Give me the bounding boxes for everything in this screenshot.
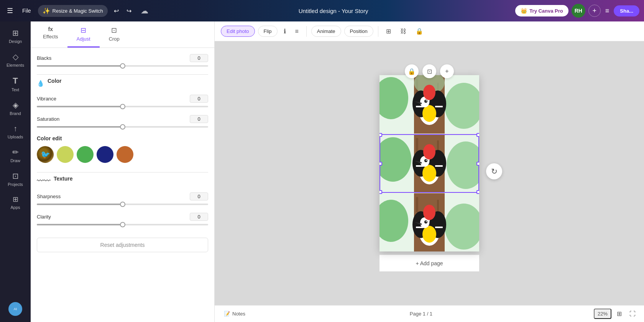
sidebar-item-apps-label: Apps	[10, 205, 20, 210]
undo-redo-group: ↩ ↪	[111, 5, 135, 17]
edit-toolbar: Edit photo Flip ℹ ≡ Animate Position ⊞ ⛓…	[215, 21, 644, 41]
color-edit-section: Color edit 🐦	[37, 135, 208, 163]
grid-view-button[interactable]: ⊞	[614, 309, 624, 319]
design-title: Untitled design - Your Story	[299, 8, 368, 14]
try-canva-button[interactable]: 👑 Try Canva Pro	[515, 5, 568, 16]
flip-button[interactable]: Flip	[258, 26, 278, 37]
color-swatch-dark-blue[interactable]	[97, 146, 113, 163]
vibrance-slider-track[interactable]	[37, 106, 208, 107]
sidebar-item-draw[interactable]: ✏ Draw	[2, 144, 29, 167]
color-swatch-green[interactable]	[77, 146, 94, 163]
lock-button[interactable]: 🔒	[412, 25, 426, 37]
saturation-label-row: Saturation	[37, 115, 208, 123]
clarity-slider-track[interactable]	[37, 224, 208, 225]
clarity-slider-thumb[interactable]	[120, 222, 125, 227]
resize-magic-switch-button[interactable]: ✨ Resize & Magic Switch	[38, 5, 108, 17]
svg-rect-17	[416, 106, 424, 107]
user-avatar[interactable]: RH	[572, 4, 585, 18]
file-button[interactable]: File	[18, 5, 35, 16]
saturation-slider-fill	[37, 126, 123, 128]
tab-effects[interactable]: fx Effects	[34, 21, 67, 48]
animate-button[interactable]: Animate	[311, 26, 341, 37]
sidebar-item-draw-label: Draw	[10, 158, 20, 163]
vibrance-value[interactable]	[190, 95, 208, 103]
canvas-page[interactable]	[380, 75, 479, 251]
sidebar-item-text[interactable]: T Text	[2, 72, 29, 96]
undo-button[interactable]: ↩	[111, 5, 122, 17]
add-team-button[interactable]: +	[588, 5, 601, 17]
info-button[interactable]: ℹ	[281, 25, 289, 37]
edit-photo-button[interactable]: Edit photo	[221, 26, 255, 37]
saturation-slider-thumb[interactable]	[120, 124, 125, 130]
expand-canvas-button[interactable]: ⊡	[422, 64, 436, 78]
sidebar-item-projects[interactable]: ⊡ Projects	[2, 168, 29, 191]
add-page-bar[interactable]: + Add page	[380, 255, 479, 271]
clarity-row: Clarity	[37, 213, 208, 225]
crown-icon: 👑	[521, 8, 527, 14]
blacks-value[interactable]	[190, 54, 208, 62]
brand-icon: ◈	[13, 100, 18, 110]
blacks-slider-track[interactable]	[37, 65, 208, 67]
hamburger-button[interactable]: ☰	[5, 4, 15, 17]
sidebar-item-uploads-label: Uploads	[8, 135, 23, 139]
text-icon: T	[13, 76, 18, 86]
chain-button[interactable]: ⛓	[397, 26, 409, 37]
bottom-right: 22% ⊞ ⛶	[594, 309, 638, 319]
saturation-value[interactable]	[190, 115, 208, 123]
blacks-label: Blacks	[37, 55, 51, 61]
blacks-row: Blacks	[37, 54, 208, 67]
saturation-slider-track[interactable]	[37, 126, 208, 128]
sidebar-item-elements[interactable]: ◇ Elements	[2, 48, 29, 71]
lock-canvas-button[interactable]: 🔒	[405, 64, 419, 78]
molo-ai-avatar[interactable]: AI	[8, 302, 22, 316]
toolbar-separator-1	[306, 26, 307, 37]
svg-point-34	[426, 160, 427, 161]
save-cloud-icon: ☁	[138, 4, 151, 18]
vibrance-slider-thumb[interactable]	[120, 104, 125, 109]
reset-adjustments-button[interactable]: Reset adjustments	[37, 238, 208, 252]
add-canvas-button[interactable]: +	[440, 64, 454, 78]
adjust-tab-label: Adjust	[77, 36, 90, 42]
color-swatch-orange-brown[interactable]	[117, 146, 133, 163]
notes-button[interactable]: 📝 Notes	[221, 309, 248, 318]
svg-rect-36	[416, 165, 424, 167]
draw-icon: ✏	[12, 148, 19, 157]
svg-rect-41	[416, 197, 418, 212]
clarity-label-row: Clarity	[37, 213, 208, 221]
sidebar-item-apps[interactable]: ⊞ Apps	[2, 191, 29, 214]
fullscreen-button[interactable]: ⛶	[627, 309, 638, 319]
rotate-button[interactable]: ↻	[486, 163, 502, 179]
tab-adjust[interactable]: ⊟ Adjust	[67, 21, 100, 48]
texture-button[interactable]: ⊞	[383, 25, 394, 37]
panel-tabs: fx Effects ⊟ Adjust ⊡ Crop	[31, 21, 214, 48]
redo-button[interactable]: ↪	[123, 5, 135, 17]
page-info: Page 1 / 1	[410, 311, 432, 317]
svg-rect-37	[435, 165, 443, 167]
tab-crop[interactable]: ⊡ Crop	[100, 21, 129, 48]
activity-icon[interactable]: ≡	[604, 5, 611, 16]
bottom-center: Page 1 / 1	[251, 311, 591, 317]
menu-button[interactable]: ≡	[292, 26, 302, 37]
share-button[interactable]: Sha...	[614, 5, 639, 16]
zoom-level[interactable]: 22%	[594, 309, 611, 319]
sidebar-item-design[interactable]: ⊞ Design	[2, 25, 29, 48]
sharpness-slider-track[interactable]	[37, 204, 208, 205]
sidebar-item-brand[interactable]: ◈ Brand	[2, 97, 29, 120]
texture-section-header: 〰〰 Texture	[37, 176, 208, 186]
canvas-area: Edit photo Flip ℹ ≡ Animate Position ⊞ ⛓…	[215, 21, 644, 322]
svg-rect-18	[435, 106, 443, 107]
blacks-slider-thumb[interactable]	[120, 63, 125, 69]
notes-icon: 📝	[224, 311, 230, 317]
position-button[interactable]: Position	[344, 26, 373, 37]
sidebar-item-uploads[interactable]: ↑ Uploads	[2, 120, 29, 143]
svg-point-15	[426, 100, 427, 102]
color-swatch-yellow-green[interactable]	[57, 146, 74, 163]
sidebar-item-design-label: Design	[9, 39, 22, 44]
adjust-tab-icon: ⊟	[80, 26, 86, 34]
color-swatch-image[interactable]: 🐦	[37, 146, 54, 163]
sharpness-slider-thumb[interactable]	[120, 202, 125, 207]
canvas-inner: ↻ + Add page	[380, 75, 479, 271]
top-bar-right: 👑 Try Canva Pro RH + ≡ Sha...	[515, 4, 639, 18]
sharpness-value[interactable]	[190, 192, 208, 200]
clarity-value[interactable]	[190, 213, 208, 221]
